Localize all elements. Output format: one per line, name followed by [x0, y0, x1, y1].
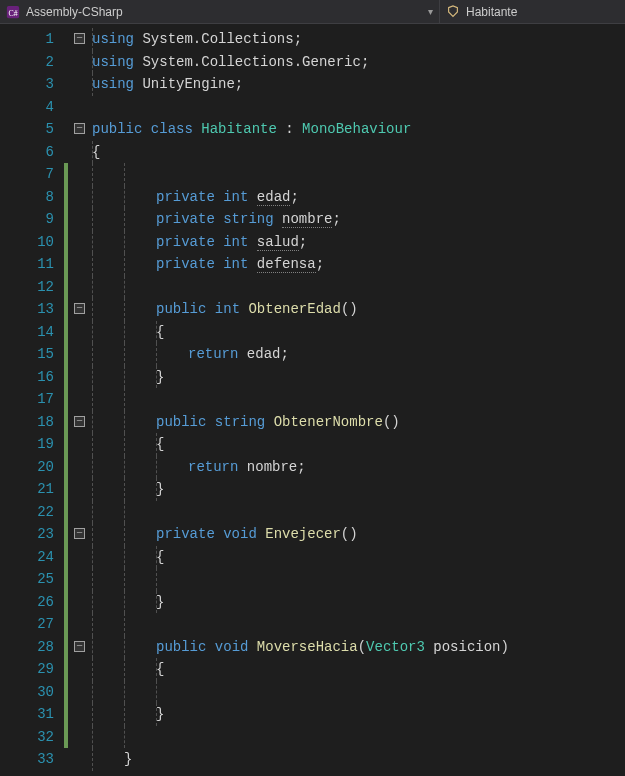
- change-indicator: [64, 703, 68, 726]
- line-number: 12: [0, 276, 54, 299]
- csharp-icon: C#: [6, 5, 20, 19]
- indent-guide: [124, 456, 125, 479]
- change-indicator: [64, 231, 68, 254]
- code-line[interactable]: private string nombre;: [92, 208, 625, 231]
- code-area[interactable]: using System.Collections;using System.Co…: [92, 24, 625, 776]
- indent-guide: [92, 726, 93, 749]
- indent-guide: [92, 343, 93, 366]
- line-number: 33: [0, 748, 54, 771]
- code-line[interactable]: public int ObtenerEdad(): [92, 298, 625, 321]
- change-indicator: [64, 501, 68, 524]
- code-line[interactable]: public void MoverseHacia(Vector3 posicio…: [92, 636, 625, 659]
- indent-guide: [92, 613, 93, 636]
- line-number: 21: [0, 478, 54, 501]
- code-line[interactable]: }: [92, 366, 625, 389]
- indent-guide: [92, 411, 93, 434]
- change-indicator: [64, 636, 68, 659]
- indent-guide: [156, 568, 157, 591]
- code-text: {: [92, 661, 164, 677]
- change-indicator: [64, 186, 68, 209]
- code-line[interactable]: using System.Collections;: [92, 28, 625, 51]
- indent-guide: [92, 366, 93, 389]
- code-line[interactable]: private void Envejecer(): [92, 523, 625, 546]
- indent-guide: [92, 73, 93, 96]
- indent-guide: [156, 546, 157, 569]
- line-number: 6: [0, 141, 54, 164]
- indent-guide: [92, 141, 93, 164]
- indent-guide: [124, 208, 125, 231]
- indent-guide: [124, 231, 125, 254]
- code-line[interactable]: public string ObtenerNombre(): [92, 411, 625, 434]
- indent-guide: [156, 658, 157, 681]
- change-indicator: [64, 546, 68, 569]
- line-number: 17: [0, 388, 54, 411]
- code-line[interactable]: }: [92, 478, 625, 501]
- code-text: private void Envejecer(): [92, 526, 358, 542]
- indent-guide: [124, 186, 125, 209]
- line-number: 31: [0, 703, 54, 726]
- indent-guide: [92, 298, 93, 321]
- code-line[interactable]: {: [92, 141, 625, 164]
- class-scope-dropdown[interactable]: Habitante: [440, 0, 625, 23]
- code-line[interactable]: {: [92, 433, 625, 456]
- code-line[interactable]: private int defensa;: [92, 253, 625, 276]
- code-line[interactable]: [92, 613, 625, 636]
- change-indicator: [64, 478, 68, 501]
- code-editor[interactable]: 1234567891011121314151617181920212223242…: [0, 24, 625, 776]
- code-line[interactable]: [92, 726, 625, 749]
- fold-toggle[interactable]: −: [74, 641, 85, 652]
- line-number: 30: [0, 681, 54, 704]
- code-text: return edad;: [92, 346, 289, 362]
- code-text: private string nombre;: [92, 211, 341, 227]
- code-line[interactable]: return nombre;: [92, 456, 625, 479]
- indent-guide: [92, 276, 93, 299]
- code-line[interactable]: }: [92, 748, 625, 771]
- code-line[interactable]: private int salud;: [92, 231, 625, 254]
- indent-guide: [124, 613, 125, 636]
- code-line[interactable]: using System.Collections.Generic;: [92, 51, 625, 74]
- code-line[interactable]: return edad;: [92, 343, 625, 366]
- line-number: 32: [0, 726, 54, 749]
- line-number-gutter: 1234567891011121314151617181920212223242…: [0, 24, 72, 776]
- code-line[interactable]: [92, 163, 625, 186]
- code-line[interactable]: }: [92, 591, 625, 614]
- chevron-down-icon: ▾: [428, 6, 433, 17]
- indent-guide: [92, 501, 93, 524]
- code-text: }: [92, 706, 164, 722]
- fold-toggle[interactable]: −: [74, 416, 85, 427]
- code-line[interactable]: [92, 276, 625, 299]
- code-line[interactable]: private int edad;: [92, 186, 625, 209]
- fold-toggle[interactable]: −: [74, 123, 85, 134]
- code-line[interactable]: public class Habitante : MonoBehaviour: [92, 118, 625, 141]
- code-line[interactable]: [92, 96, 625, 119]
- code-line[interactable]: [92, 681, 625, 704]
- code-text: {: [92, 436, 164, 452]
- indent-guide: [156, 433, 157, 456]
- indent-guide: [92, 523, 93, 546]
- code-line[interactable]: {: [92, 321, 625, 344]
- change-indicator: [64, 163, 68, 186]
- code-text: }: [92, 594, 164, 610]
- line-number: 15: [0, 343, 54, 366]
- fold-toggle[interactable]: −: [74, 303, 85, 314]
- code-line[interactable]: using UnityEngine;: [92, 73, 625, 96]
- change-indicator: [64, 208, 68, 231]
- indent-guide: [124, 658, 125, 681]
- indent-guide: [92, 253, 93, 276]
- file-scope-dropdown[interactable]: C# Assembly-CSharp ▾: [0, 0, 440, 23]
- fold-toggle[interactable]: −: [74, 33, 85, 44]
- line-number: 16: [0, 366, 54, 389]
- change-indicator: [64, 276, 68, 299]
- code-line[interactable]: {: [92, 658, 625, 681]
- line-number: 8: [0, 186, 54, 209]
- code-line[interactable]: [92, 388, 625, 411]
- fold-toggle[interactable]: −: [74, 528, 85, 539]
- indent-guide: [92, 163, 93, 186]
- code-text: private int defensa;: [92, 256, 324, 272]
- indent-guide: [92, 51, 93, 74]
- line-number: 9: [0, 208, 54, 231]
- code-line[interactable]: {: [92, 546, 625, 569]
- code-line[interactable]: }: [92, 703, 625, 726]
- code-line[interactable]: [92, 568, 625, 591]
- code-line[interactable]: [92, 501, 625, 524]
